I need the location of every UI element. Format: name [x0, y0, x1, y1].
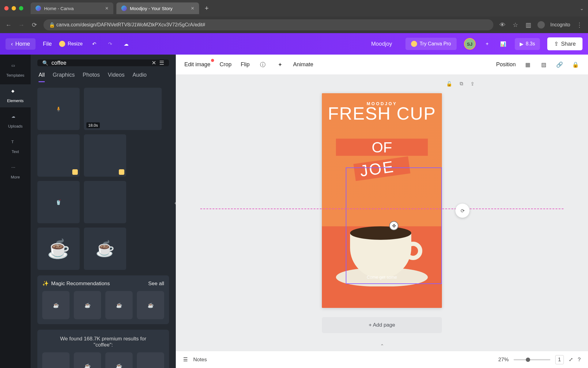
rail-templates[interactable]: ▭ Templates: [0, 59, 31, 82]
magic-item-cup-top[interactable]: ☕: [42, 291, 70, 319]
close-icon[interactable]: ×: [105, 5, 108, 12]
browser-tab-design[interactable]: Moodjoy - Your Story ×: [116, 2, 199, 14]
insights-icon[interactable]: 📊: [499, 41, 507, 47]
tab-title: Moodjoy - Your Story: [130, 6, 172, 11]
canva-favicon: [121, 6, 127, 11]
add-user-icon[interactable]: +: [483, 41, 492, 47]
rail-elements[interactable]: ◆ Elements: [0, 84, 31, 107]
rail-label: More: [11, 175, 20, 179]
notes-icon[interactable]: ☰: [183, 356, 188, 363]
lock-icon[interactable]: 🔒: [571, 61, 579, 69]
address-bar[interactable]: 🔒 canva.com/design/DAFNVetRTV8/J1WoMZtkP…: [43, 19, 493, 30]
star-icon[interactable]: ☆: [512, 21, 519, 29]
zoom-slider[interactable]: [514, 359, 550, 360]
upload-page-icon[interactable]: ⇪: [470, 81, 474, 87]
premium-item-3[interactable]: ☕: [105, 352, 133, 368]
home-button[interactable]: ‹ Home: [6, 38, 36, 50]
rail-more[interactable]: ⋯ More: [0, 161, 31, 184]
result-graphic-scattered-beans[interactable]: [84, 181, 126, 223]
see-all-link[interactable]: See all: [148, 281, 164, 287]
clear-icon[interactable]: ✕: [152, 59, 156, 66]
color-icon[interactable]: ▦: [524, 61, 532, 69]
premium-item-2[interactable]: ☕: [74, 352, 101, 368]
zoom-knob[interactable]: [526, 358, 530, 362]
file-menu[interactable]: File: [43, 41, 52, 47]
filter-icon[interactable]: ☰: [159, 59, 164, 66]
magic-item-steam-cup[interactable]: ☕: [74, 291, 101, 319]
tab-audio[interactable]: Audio: [133, 72, 147, 82]
result-graphic-cup-saucer[interactable]: ☕: [84, 228, 126, 270]
zoom-value[interactable]: 27%: [498, 357, 509, 363]
tab-photos[interactable]: Photos: [83, 72, 100, 82]
page-indicator[interactable]: 1: [555, 355, 564, 364]
duplicate-page-icon[interactable]: ⧉: [460, 81, 463, 87]
help-icon[interactable]: ?: [578, 357, 581, 363]
window-min-dot[interactable]: [12, 6, 16, 10]
regenerate-button[interactable]: ⟳: [455, 204, 469, 218]
close-icon[interactable]: ×: [191, 5, 194, 12]
canvas-area[interactable]: 🔓 ⧉ ⇪ MOODJOY FRESH CUP OF JOE Come get …: [176, 75, 588, 351]
premium-item-4[interactable]: [137, 352, 164, 368]
redo-icon[interactable]: ↷: [106, 41, 115, 47]
flip-button[interactable]: Flip: [241, 61, 250, 68]
result-graphic-pink-cup[interactable]: 🥤: [37, 181, 80, 223]
elements-search[interactable]: 🔍 ✕ ☰: [37, 59, 169, 66]
result-graphic-woman-line[interactable]: [84, 134, 126, 177]
search-input[interactable]: [51, 60, 149, 66]
info-icon[interactable]: ⓘ: [259, 61, 267, 69]
fullscreen-icon[interactable]: ⤢: [569, 356, 573, 363]
animate-button[interactable]: Animate: [293, 61, 313, 68]
resize-button[interactable]: Resize: [59, 41, 83, 47]
headline-fresh-cup[interactable]: FRESH CUP: [322, 105, 442, 121]
alignment-guide: [200, 209, 564, 209]
tabs-overflow-icon[interactable]: ⌄: [580, 6, 584, 11]
effects-icon[interactable]: ✦: [276, 61, 284, 69]
transparency-icon[interactable]: ▨: [540, 61, 548, 69]
result-video-barista[interactable]: 18.0s: [84, 88, 162, 130]
magic-item-latte-art[interactable]: ☕: [105, 291, 133, 319]
position-button[interactable]: Position: [496, 61, 516, 68]
magic-item-black-cup[interactable]: ☕: [137, 291, 164, 319]
forward-icon[interactable]: →: [18, 21, 25, 29]
tab-videos[interactable]: Videos: [108, 72, 125, 82]
unlock-page-icon[interactable]: 🔓: [446, 81, 452, 87]
add-page-button[interactable]: + Add page: [322, 317, 442, 333]
profile-label: Incognito: [550, 22, 570, 28]
rail-text[interactable]: T Text: [0, 135, 31, 158]
undo-icon[interactable]: ↶: [90, 41, 99, 47]
reload-icon[interactable]: ⟳: [31, 21, 38, 29]
edit-image-button[interactable]: Edit image: [184, 61, 210, 68]
cloud-sync-icon: ☁: [122, 41, 130, 47]
crown-icon: [59, 41, 65, 47]
result-graphic-beans[interactable]: [37, 134, 80, 177]
window-close-dot[interactable]: [4, 6, 9, 10]
kebab-icon[interactable]: ⋮: [576, 21, 583, 29]
notes-button[interactable]: Notes: [193, 357, 207, 363]
tab-graphics[interactable]: Graphics: [53, 72, 75, 82]
share-button[interactable]: ⇪ Share: [547, 37, 582, 50]
avatar[interactable]: SJ: [464, 38, 476, 50]
back-icon[interactable]: ←: [5, 21, 12, 29]
try-pro-button[interactable]: Try Canva Pro: [405, 38, 457, 50]
result-graphic-person-coffee[interactable]: 🧍: [37, 88, 80, 130]
crop-button[interactable]: Crop: [220, 61, 232, 68]
result-graphic-cup-outline[interactable]: ☕: [37, 228, 80, 270]
rail-uploads[interactable]: ☁ Uploads: [0, 110, 31, 133]
headline-of-band[interactable]: OF: [336, 139, 428, 156]
side-panel-icon[interactable]: ▥: [525, 21, 532, 29]
chevron-up-icon[interactable]: ⌃: [380, 343, 384, 349]
premium-item-1[interactable]: [42, 352, 70, 368]
eye-off-icon[interactable]: 👁: [499, 21, 506, 29]
design-page[interactable]: MOODJOY FRESH CUP OF JOE Come get some ✥: [322, 93, 442, 308]
move-handle-icon[interactable]: ✥: [389, 221, 398, 230]
present-button[interactable]: ▶ 8.3s: [515, 38, 540, 50]
tagline-text[interactable]: Come get some: [322, 275, 442, 280]
collapse-panel-handle[interactable]: [173, 190, 176, 217]
tab-all[interactable]: All: [39, 72, 45, 82]
selection-box[interactable]: ✥: [346, 167, 442, 284]
document-title[interactable]: Moodjoy: [371, 41, 392, 47]
window-max-dot[interactable]: [19, 6, 23, 10]
link-icon[interactable]: 🔗: [556, 61, 564, 69]
new-tab-button[interactable]: +: [202, 4, 211, 13]
browser-tab-home[interactable]: Home - Canva ×: [31, 2, 113, 14]
